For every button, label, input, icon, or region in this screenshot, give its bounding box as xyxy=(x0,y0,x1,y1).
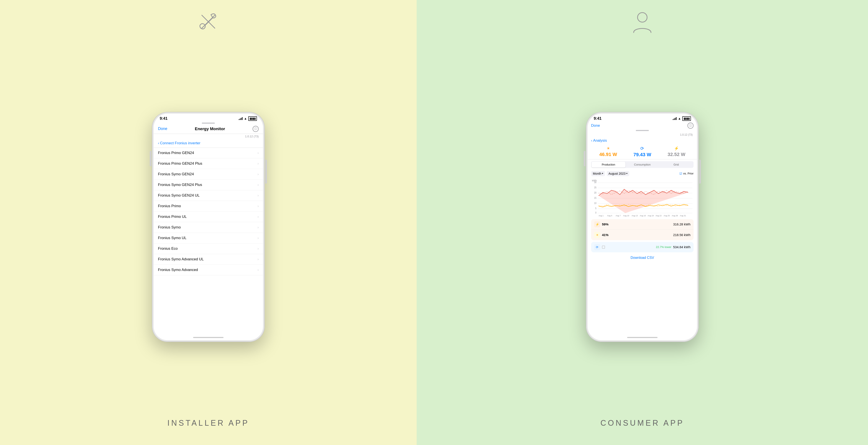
wifi-icon: ▲ xyxy=(678,117,681,120)
period-filter[interactable]: Month ▾ xyxy=(591,171,605,176)
svg-text:Aug 13: Aug 13 xyxy=(632,214,638,217)
production-stats: ⚡ 59% 316.28 kWh ☀ 41% 218.56 kWh xyxy=(591,219,693,240)
person-icon xyxy=(631,11,653,36)
svg-text:0: 0 xyxy=(595,211,596,214)
right-panel: 9:41 ▲ ▮▮▮▮ Done ⓘ xyxy=(416,0,868,445)
status-time: 9:41 xyxy=(160,116,167,121)
energy-chart: kWh 30 25 20 15 10 5 xyxy=(591,178,693,217)
chevron-icon: › xyxy=(257,215,259,219)
analysis-nav[interactable]: ‹ Analysis xyxy=(588,137,697,144)
list-item[interactable]: Fronius Symo GEN24 UL › xyxy=(154,190,263,201)
svg-text:25: 25 xyxy=(594,186,596,189)
svg-text:Aug 31: Aug 31 xyxy=(680,214,686,217)
consumption-tab[interactable]: Consumption xyxy=(625,162,659,167)
filter-row: Month ▾ August 2023 ▾ ☑ vs. Prior xyxy=(588,170,697,178)
total-kwh: 534.84 kWh xyxy=(673,245,690,249)
svg-text:30: 30 xyxy=(594,181,596,183)
svg-text:20: 20 xyxy=(594,191,596,194)
grid-stat-left: ⚡ 59% xyxy=(594,221,609,227)
chevron-icon: › xyxy=(257,151,259,155)
grid-stat-icon: ⚡ xyxy=(594,221,600,227)
chevron-icon: › xyxy=(257,257,259,261)
svg-text:Aug 19: Aug 19 xyxy=(648,214,654,217)
svg-text:Aug 16: Aug 16 xyxy=(640,214,646,217)
solar-stat-row: ☀ 41% 218.56 kWh xyxy=(591,230,693,240)
list-item[interactable]: Fronius Symo Advanced UL › xyxy=(154,254,263,265)
solar-stat-left: ☀ 41% xyxy=(594,232,609,238)
solar-stat-icon: ☀ xyxy=(594,232,600,238)
chevron-icon: › xyxy=(257,183,259,187)
consumer-phone: 9:41 ▲ ▮▮▮▮ Done ⓘ xyxy=(586,112,699,342)
chevron-icon: › xyxy=(257,172,259,176)
info-button[interactable]: ⓘ xyxy=(253,126,259,132)
drag-handle xyxy=(588,130,697,132)
svg-text:Aug 4: Aug 4 xyxy=(607,214,612,217)
list-item[interactable]: Fronius Symo Advanced › xyxy=(154,265,263,275)
list-item[interactable]: Fronius Symo UL › xyxy=(154,233,263,244)
status-icons: ▲ ▮▮▮▮ xyxy=(239,116,257,121)
svg-text:Aug 22: Aug 22 xyxy=(656,214,662,217)
status-icons: ▲ ▮▮▮▮ xyxy=(673,116,691,121)
list-item[interactable]: Fronius Primo GEN24 › xyxy=(154,148,263,158)
grid-tab[interactable]: Grid xyxy=(659,162,693,167)
grid-value: 32.52 W xyxy=(668,152,685,157)
consumption-icon: ⟳ xyxy=(640,146,644,151)
list-item[interactable]: Fronius Symo GEN24 › xyxy=(154,169,263,180)
status-time: 9:41 xyxy=(594,116,601,121)
done-button[interactable]: Done xyxy=(591,123,600,128)
installer-phone: 9:41 ▲ ▮▮▮▮ Done En xyxy=(152,112,265,342)
svg-text:Aug 7: Aug 7 xyxy=(616,214,621,217)
list-item[interactable]: Fronius Primo › xyxy=(154,201,263,212)
version-bar: 1.0.12 (73) xyxy=(154,134,263,139)
home-indicator xyxy=(193,337,223,338)
cycle-icon: ⟳ xyxy=(596,245,598,249)
grid-kwh: 316.28 kWh xyxy=(673,222,690,226)
solar-pct: 41% xyxy=(602,233,609,237)
download-csv-button[interactable]: Download CSV xyxy=(588,254,697,262)
solar-value: 46.91 W xyxy=(599,152,617,157)
vs-prior-filter[interactable]: ☑ vs. Prior xyxy=(679,172,693,175)
svg-text:15: 15 xyxy=(594,197,596,199)
chevron-icon: › xyxy=(257,236,259,240)
list-item[interactable]: Fronius Eco › xyxy=(154,244,263,254)
sun-icon: ☀ xyxy=(607,146,610,151)
drag-handle xyxy=(154,122,263,125)
grid-pct: 59% xyxy=(602,222,609,226)
list-item[interactable]: Fronius Primo GEN24 Plus › xyxy=(154,158,263,169)
wrench-icon xyxy=(197,11,219,33)
svg-point-2 xyxy=(638,12,647,22)
grid-metric: ⚡ 32.52 W xyxy=(668,146,685,157)
lightning-icon: ⚡ xyxy=(595,223,599,226)
connect-fronius-item[interactable]: ‹ Connect Fronius inverter xyxy=(154,139,263,148)
chevron-icon: › xyxy=(257,162,259,165)
energy-metrics: ☀ 46.91 W ⟳ 79.43 W ⚡ 32.52 W xyxy=(588,144,697,159)
date-filter[interactable]: August 2023 ▾ xyxy=(607,171,629,176)
solar-metric: ☀ 46.91 W xyxy=(599,146,617,157)
status-bar: 9:41 ▲ ▮▮▮▮ xyxy=(154,114,263,122)
done-button[interactable]: Done xyxy=(158,126,167,131)
consumption-metric: ⟳ 79.43 W xyxy=(633,146,651,158)
info-button[interactable]: ⓘ xyxy=(687,123,693,129)
chevron-icon: › xyxy=(257,247,259,251)
list-item[interactable]: Fronius Primo UL › xyxy=(154,212,263,222)
battery-icon: ▮▮▮▮ xyxy=(248,116,257,121)
consumption-stat-icon: ⟳ xyxy=(594,244,600,250)
square-icon xyxy=(602,246,605,249)
list-item[interactable]: Fronius Symo › xyxy=(154,222,263,233)
solar-kwh: 218.56 kWh xyxy=(673,233,690,237)
consumption-value: 79.43 W xyxy=(633,152,651,158)
chevron-icon: › xyxy=(257,225,259,229)
consumption-left: ⟳ xyxy=(594,244,605,250)
production-tab[interactable]: Production xyxy=(592,162,625,167)
svg-text:5: 5 xyxy=(595,207,596,210)
chevron-down-icon: ▾ xyxy=(626,172,627,175)
list-item[interactable]: Fronius Symo GEN24 Plus › xyxy=(154,180,263,190)
installer-label: INSTALLER APP xyxy=(167,418,249,427)
grid-icon: ⚡ xyxy=(674,146,679,151)
signal-icon xyxy=(239,117,243,120)
svg-text:10: 10 xyxy=(594,202,596,204)
status-bar: 9:41 ▲ ▮▮▮▮ xyxy=(588,114,697,122)
battery-icon: ▮▮▮▮ xyxy=(682,116,691,121)
chevron-icon: › xyxy=(257,194,259,197)
svg-text:Aug 10: Aug 10 xyxy=(623,214,629,217)
